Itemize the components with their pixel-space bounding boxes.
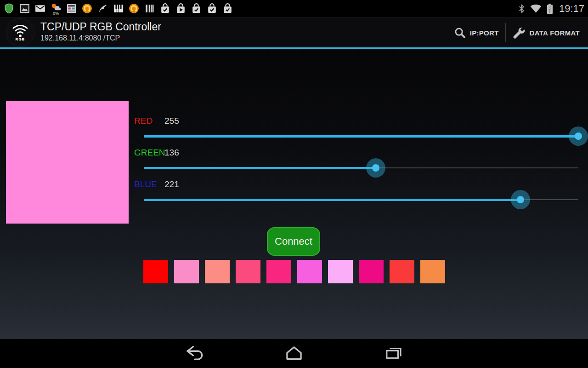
color-swatch[interactable] [420,260,445,283]
title-block: TCP/UDP RGB Controller 192.168.11.4:8080… [40,20,161,43]
data-format-button[interactable]: DATA FORMAT [506,17,586,48]
red-slider[interactable] [134,126,588,146]
screen: 0% 19:17 RGB TCP/UDP RGB Controller 192.… [0,0,588,368]
bag-check-icon [222,3,233,14]
connect-button[interactable]: Connect [267,227,320,256]
home-icon [284,345,304,361]
news-icon [66,3,77,14]
wrench-icon [512,26,526,40]
content-area: RED 255 GREEN 136 BLUE 221 [0,49,588,339]
home-button[interactable] [283,345,305,362]
page-title: TCP/UDP RGB Controller [40,20,161,33]
bluetooth-icon [518,3,526,14]
blue-slider[interactable] [134,190,588,209]
color-preview [6,101,129,224]
blue-track-fill [144,199,520,201]
green-track-fill [144,167,376,169]
recents-button[interactable] [383,345,404,362]
system-icons [518,3,554,14]
wifi-logo-icon [11,24,29,38]
back-button[interactable] [184,345,205,362]
app-icon: RGB [6,18,34,47]
weather-icon: 0% [50,3,62,14]
connection-subtitle: 192.168.11.4:8080 /TCP [40,33,161,43]
system-status-cluster: 19:17 [518,3,588,15]
recents-icon [384,345,404,361]
color-swatch[interactable] [328,260,353,283]
bag-check-icon [191,3,202,14]
preset-swatch-row [143,260,445,283]
weather-percent: 0% [50,11,62,16]
blue-slider-row: BLUE 221 [134,179,588,212]
shield-icon [3,3,15,14]
blue-slider-value: 221 [164,179,179,190]
navigation-bar [0,339,588,368]
action-bar-buttons: IP:PORT DATA FORMAT [447,17,586,48]
ip-port-label: IP:PORT [470,29,499,37]
ip-port-button[interactable]: IP:PORT [447,17,505,48]
bag-play-icon [175,3,187,14]
dolphin-icon [97,3,108,14]
green-slider[interactable] [134,158,588,178]
green-slider-label: GREEN [134,148,165,158]
wifi-icon [530,4,542,13]
color-swatch[interactable] [143,260,168,283]
notification-icons: 0% [0,3,233,14]
gallery-icon [19,3,30,14]
back-icon [185,345,205,361]
red-track-fill [144,135,578,138]
aptoide-icon [81,3,93,14]
blue-thumb-dot [517,196,524,203]
status-bar: 0% 19:17 [0,0,588,17]
color-swatch[interactable] [236,260,260,283]
color-swatch[interactable] [205,260,230,283]
color-swatch[interactable] [266,260,291,283]
green-slider-value: 136 [164,148,179,158]
green-slider-thumb[interactable] [366,158,385,178]
aptoide-icon [128,3,140,14]
barcode-icon [144,3,155,14]
piano-icon [113,3,124,14]
clock: 19:17 [558,3,584,15]
color-swatch[interactable] [359,260,384,283]
bag-check-icon [206,3,218,14]
red-slider-value: 255 [164,116,179,126]
color-swatch[interactable] [297,260,322,283]
bag-check-icon [159,3,171,14]
battery-charging-icon [546,3,554,14]
color-swatch[interactable] [390,260,414,283]
red-slider-row: RED 255 [134,116,588,148]
green-thumb-dot [372,164,379,172]
action-bar: RGB TCP/UDP RGB Controller 192.168.11.4:… [0,17,588,47]
blue-slider-label: BLUE [134,179,157,190]
red-slider-label: RED [134,116,153,126]
red-thumb-dot [575,132,582,140]
app-icon-label: RGB [16,37,25,41]
email-icon [34,3,46,14]
search-icon [454,27,466,39]
color-swatch[interactable] [174,260,199,283]
data-format-label: DATA FORMAT [530,29,580,37]
green-slider-row: GREEN 136 [134,148,588,180]
blue-slider-thumb[interactable] [511,190,530,209]
red-slider-thumb[interactable] [569,126,588,146]
